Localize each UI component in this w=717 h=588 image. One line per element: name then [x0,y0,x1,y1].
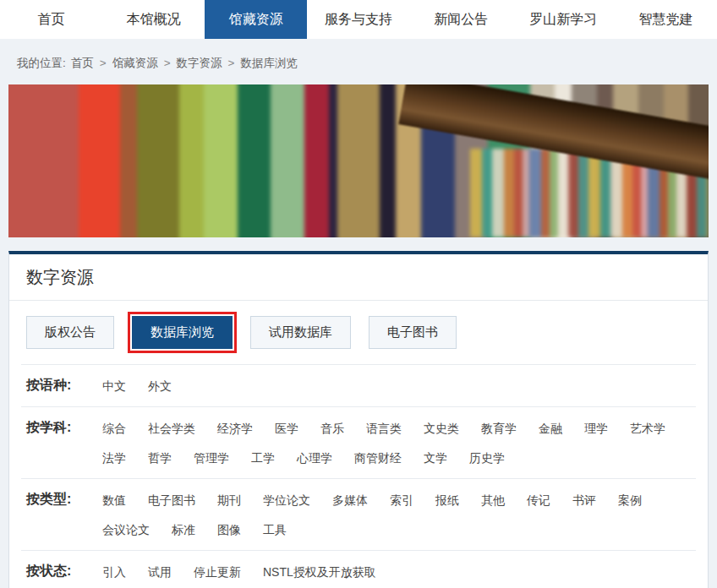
filter-link[interactable]: 法学 [102,449,126,467]
filter-link[interactable]: 工具 [263,520,287,539]
filter-link[interactable]: 会议论文 [102,520,150,539]
filter-link[interactable]: 引入 [102,563,126,581]
filter-link[interactable]: 书评 [572,491,596,509]
filter-link[interactable]: 中文 [102,377,126,395]
filter-link[interactable]: 经济学 [217,419,253,438]
filter-link[interactable]: 工学 [251,449,275,467]
filter-link[interactable]: 文学 [424,449,447,467]
filter-link[interactable]: 索引 [390,491,413,509]
filter-row-language: 按语种: 中文外文 [21,364,696,406]
nav-item[interactable]: 首页 [0,0,102,39]
filter-link[interactable]: 数值 [102,491,126,509]
filter-link[interactable]: 其他 [481,491,505,509]
filter-link[interactable]: 教育学 [481,419,517,438]
filter-link[interactable]: 文史类 [424,419,459,438]
nav-item[interactable]: 罗山新学习 [512,0,615,39]
digital-resources-panel: 数字资源 版权公告 数据库浏览 试用数据库 电子图书 按语种: 中文外文 按学科… [8,251,709,588]
book-spine [304,84,330,237]
book-spine [271,84,304,237]
book-spine [120,84,137,237]
filter-link[interactable]: 艺术学 [630,419,665,438]
nav-item[interactable]: 服务与支持 [307,0,409,39]
breadcrumb-item[interactable]: >馆藏资源 [94,57,158,69]
resource-tab-button[interactable]: 电子图书 [369,316,457,349]
breadcrumb-separator: > [228,57,235,69]
book-spine [8,84,79,237]
filter-link[interactable]: 案例 [618,491,642,509]
filter-link[interactable]: 哲学 [148,449,172,467]
nav-item[interactable]: 本馆概况 [102,0,205,39]
book-spine [329,84,337,237]
filter-link[interactable]: 图像 [217,520,241,539]
filter-link[interactable]: 心理学 [297,449,332,467]
filter-link[interactable]: 外文 [148,377,172,395]
breadcrumb-prefix: 我的位置: [17,57,66,69]
banner-image [8,84,709,237]
filter-link[interactable]: 音乐 [320,419,344,438]
nav-item[interactable]: 馆藏资源 [205,0,307,39]
filter-link[interactable]: 电子图书 [148,491,195,509]
book-spine [179,84,205,237]
nav-item[interactable]: 新闻公告 [410,0,512,39]
filter-link[interactable]: 传记 [527,491,550,509]
filter-section: 按语种: 中文外文 按学科: 综合社会学类经济学医学音乐语言类文史类教育学金融理… [9,364,708,588]
resource-tab-button[interactable]: 试用数据库 [250,316,351,349]
breadcrumb-separator: > [164,57,171,69]
resource-tabs: 版权公告 数据库浏览 试用数据库 电子图书 [9,301,708,364]
top-navigation: 首页 本馆概况 馆藏资源 服务与支持 新闻公告 罗山新学习 智慧党建 [0,0,717,39]
filter-link[interactable]: 试用 [148,563,172,581]
filter-label: 按学科: [26,418,102,467]
filter-link[interactable]: 报纸 [435,491,459,509]
filter-label: 按类型: [26,490,102,539]
filter-link[interactable]: 社会学类 [148,419,195,438]
filter-link[interactable]: 期刊 [217,491,241,509]
filter-link[interactable]: 学位论文 [263,491,310,509]
resource-tab-button[interactable]: 版权公告 [26,316,114,349]
breadcrumb: 我的位置:>首页>馆藏资源>数字资源>数据库浏览 [0,39,717,84]
filter-link[interactable]: 综合 [102,419,126,438]
page-title: 数字资源 [9,254,708,300]
filter-row-type: 按类型: 数值电子图书期刊学位论文多媒体索引报纸其他传记书评案例会议论文标准图像… [21,478,696,550]
breadcrumb-item[interactable]: >首页 [71,57,94,69]
filter-link[interactable]: 理学 [584,419,608,438]
filter-label: 按状态: [26,562,102,581]
filter-link[interactable]: 语言类 [366,419,402,438]
filter-link[interactable]: 停止更新 [194,563,241,581]
nav-item[interactable]: 智慧党建 [615,0,717,39]
book-spine [204,84,238,237]
book-spine [137,84,178,237]
book-spine [79,84,120,237]
book-spine [337,84,379,237]
filter-row-subject: 按学科: 综合社会学类经济学医学音乐语言类文史类教育学金融理学艺术学法学哲学管理… [21,406,696,478]
book-spine [380,84,397,237]
filter-label: 按语种: [26,376,102,395]
breadcrumb-item[interactable]: >数字资源 [158,57,222,69]
filter-link[interactable]: 金融 [539,419,562,438]
filter-link[interactable]: NSTL授权及开放获取 [263,563,376,581]
resource-tab-button[interactable]: 数据库浏览 [132,316,233,349]
breadcrumb-separator: > [100,57,107,69]
breadcrumb-item[interactable]: >数据库浏览 [222,57,298,69]
filter-link[interactable]: 医学 [275,419,298,438]
filter-link[interactable]: 标准 [172,520,195,539]
filter-link[interactable]: 商管财经 [354,449,402,467]
filter-link[interactable]: 历史学 [469,449,505,467]
book-spine [238,84,271,237]
filter-row-status: 按状态: 引入试用停止更新NSTL授权及开放获取 [21,550,696,588]
filter-link[interactable]: 管理学 [194,449,229,467]
filter-link[interactable]: 多媒体 [332,491,368,509]
